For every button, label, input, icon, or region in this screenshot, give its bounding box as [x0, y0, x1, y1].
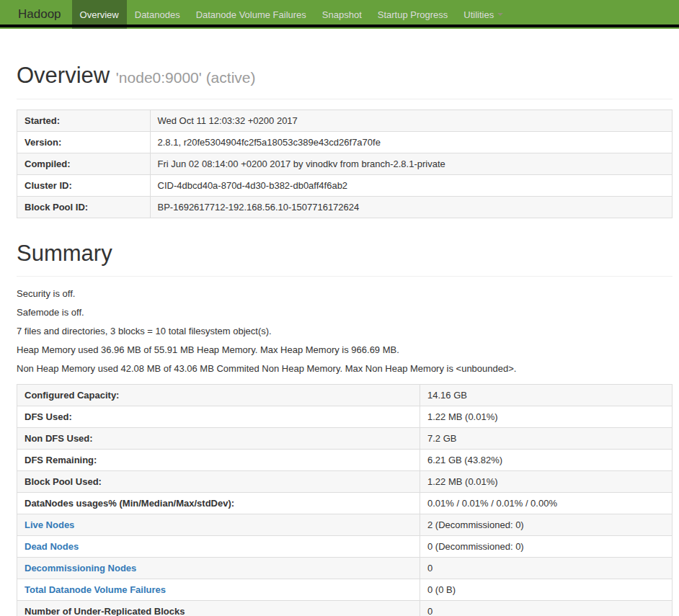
page-header: Overview 'node0:9000' (active): [17, 63, 673, 99]
row-value: BP-1692617712-192.168.56.10-150771617262…: [150, 197, 672, 218]
table-row-datanodes-usages-min-median-max-stddev: DataNodes usages% (Min/Median/Max/stdDev…: [17, 493, 673, 514]
row-label: Non DFS Used:: [17, 428, 420, 450]
table-row-cluster-id: Cluster ID:CID-4dbcd40a-870d-4d30-b382-d…: [17, 175, 673, 197]
nav-item-label: Snapshot: [322, 9, 362, 20]
row-value: 6.21 GB (43.82%): [420, 450, 673, 471]
row-value: 2.8.1, r20fe5304904fc2f5a18053c389e43cd2…: [150, 132, 672, 153]
row-value: 0: [420, 601, 673, 616]
total-datanode-volume-failures-link[interactable]: Total Datanode Volume Failures: [25, 584, 166, 595]
summary-line-5: Non Heap Memory used 42.08 MB of 43.06 M…: [17, 363, 673, 374]
row-label: Dead Nodes: [17, 536, 420, 558]
table-row-number-of-under-replicated-blocks: Number of Under-Replicated Blocks0: [17, 601, 673, 616]
table-row-non-dfs-used: Non DFS Used:7.2 GB: [17, 428, 673, 450]
summary-line-4: Heap Memory used 36.96 MB of 55.91 MB He…: [17, 344, 673, 355]
row-label: DFS Remaining:: [17, 450, 420, 471]
page-content: Overview 'node0:9000' (active) Started:W…: [17, 63, 673, 616]
row-value: 1.22 MB (0.01%): [420, 471, 673, 493]
caret-down-icon: [497, 13, 503, 16]
table-row-started: Started:Wed Oct 11 12:03:32 +0200 2017: [17, 110, 673, 132]
navbar-brand[interactable]: Hadoop: [7, 0, 72, 29]
table-row-dfs-remaining: DFS Remaining:6.21 GB (43.82%): [17, 450, 673, 471]
row-value: Fri Jun 02 08:14:00 +0200 2017 by vinodk…: [150, 153, 672, 175]
row-value: 1.22 MB (0.01%): [420, 406, 673, 428]
nav-item-label: Utilities: [463, 9, 494, 20]
table-row-compiled: Compiled:Fri Jun 02 08:14:00 +0200 2017 …: [17, 153, 673, 175]
row-value: 0: [420, 558, 673, 579]
table-row-total-datanode-volume-failures: Total Datanode Volume Failures0 (0 B): [17, 579, 673, 601]
nav-item-label: Overview: [80, 9, 119, 20]
summary-title: Summary: [17, 241, 673, 267]
table-row-dead-nodes: Dead Nodes0 (Decommissioned: 0): [17, 536, 673, 558]
row-label: Number of Under-Replicated Blocks: [17, 601, 420, 616]
summary-text: Security is off.Safemode is off.7 files …: [17, 288, 673, 374]
row-value: 2 (Decommissioned: 0): [420, 514, 673, 536]
row-label: DFS Used:: [17, 406, 420, 428]
nav-item-datanodes[interactable]: Datanodes: [127, 0, 188, 29]
table-row-configured-capacity: Configured Capacity:14.16 GB: [17, 385, 673, 406]
row-label: Live Nodes: [17, 514, 420, 536]
row-label: DataNodes usages% (Min/Median/Max/stdDev…: [17, 493, 420, 514]
table-row-block-pool-used: Block Pool Used:1.22 MB (0.01%): [17, 471, 673, 493]
nav-item-snapshot[interactable]: Snapshot: [314, 0, 370, 29]
summary-header: Summary: [17, 241, 673, 277]
page-subtitle: 'node0:9000' (active): [116, 69, 256, 86]
row-value: 14.16 GB: [420, 385, 673, 406]
row-label: Compiled:: [17, 153, 151, 175]
row-label: Cluster ID:: [17, 175, 151, 197]
row-value: Wed Oct 11 12:03:32 +0200 2017: [150, 110, 672, 132]
row-label: Decommissioning Nodes: [17, 558, 420, 579]
nav-item-overview[interactable]: Overview: [72, 0, 127, 29]
live-nodes-link[interactable]: Live Nodes: [25, 519, 74, 530]
table-row-version: Version:2.8.1, r20fe5304904fc2f5a18053c3…: [17, 132, 673, 153]
row-value: CID-4dbcd40a-870d-4d30-b382-db0aff4f6ab2: [150, 175, 672, 197]
row-label: Version:: [17, 132, 151, 153]
row-value: 0.01% / 0.01% / 0.01% / 0.00%: [420, 493, 673, 514]
page-title: Overview: [17, 63, 110, 88]
nav-item-label: Datanodes: [135, 9, 180, 20]
row-label: Started:: [17, 110, 151, 132]
nav-item-utilities[interactable]: Utilities: [456, 0, 511, 29]
dead-nodes-link[interactable]: Dead Nodes: [25, 541, 79, 552]
summary-line-1: Security is off.: [17, 288, 673, 299]
summary-line-3: 7 files and directories, 3 blocks = 10 t…: [17, 326, 673, 336]
table-row-block-pool-id: Block Pool ID:BP-1692617712-192.168.56.1…: [17, 197, 673, 218]
table-row-live-nodes: Live Nodes2 (Decommissioned: 0): [17, 514, 673, 536]
namenode-info-table: Started:Wed Oct 11 12:03:32 +0200 2017Ve…: [17, 110, 673, 218]
navbar: Hadoop OverviewDatanodesDatanode Volume …: [0, 0, 679, 29]
nav-item-label: Startup Progress: [378, 9, 448, 20]
summary-line-2: Safemode is off.: [17, 307, 673, 318]
table-row-dfs-used: DFS Used:1.22 MB (0.01%): [17, 406, 673, 428]
table-row-decommissioning-nodes: Decommissioning Nodes0: [17, 558, 673, 579]
summary-table: Configured Capacity:14.16 GBDFS Used:1.2…: [17, 384, 673, 616]
row-value: 7.2 GB: [420, 428, 673, 450]
row-label: Configured Capacity:: [17, 385, 420, 406]
row-value: 0 (Decommissioned: 0): [420, 536, 673, 558]
row-label: Total Datanode Volume Failures: [17, 579, 420, 601]
row-label: Block Pool ID:: [17, 197, 151, 218]
nav-item-datanode-volume-failures[interactable]: Datanode Volume Failures: [188, 0, 314, 29]
nav-item-startup-progress[interactable]: Startup Progress: [370, 0, 456, 29]
decommissioning-nodes-link[interactable]: Decommissioning Nodes: [25, 563, 136, 573]
row-label: Block Pool Used:: [17, 471, 420, 493]
row-value: 0 (0 B): [420, 579, 673, 601]
navbar-menu: OverviewDatanodesDatanode Volume Failure…: [72, 0, 512, 29]
nav-item-label: Datanode Volume Failures: [196, 9, 306, 20]
